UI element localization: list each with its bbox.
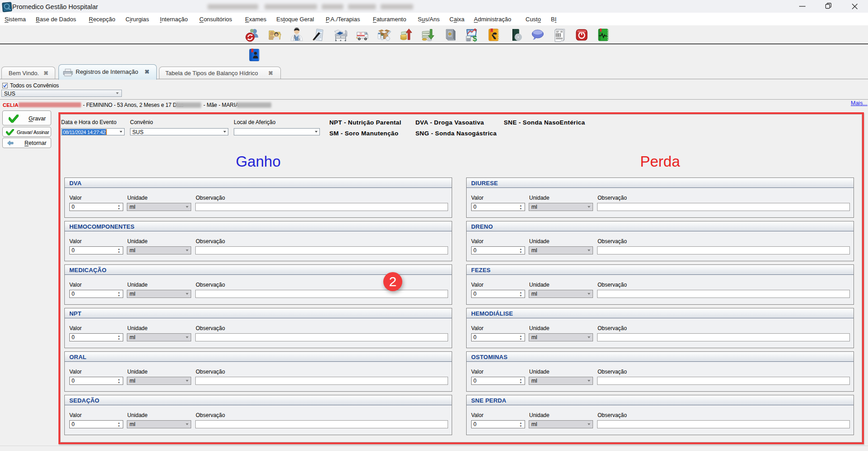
svg-text:$: $ (473, 34, 477, 42)
